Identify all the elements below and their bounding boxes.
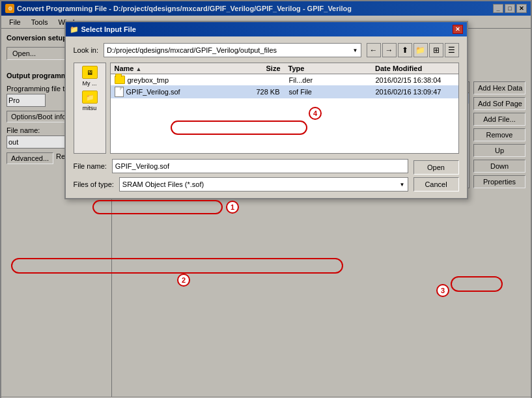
- file-type-greybox: Fil...der: [285, 76, 372, 85]
- col-name: Name ▲: [111, 64, 237, 73]
- file-size-greybox: [236, 79, 285, 81]
- filetype-row: Files of type: SRAM Object Files (*.sof)…: [74, 177, 408, 192]
- folder-icon: [115, 76, 125, 84]
- forward-button[interactable]: →: [382, 43, 397, 57]
- dialog-bottom-row: File name: Files of type: SRAM Object Fi…: [74, 159, 459, 192]
- dialog-icon: 📁: [70, 25, 79, 34]
- filetype-arrow-icon: ▼: [400, 182, 405, 188]
- dialog-close-button[interactable]: ✕: [453, 25, 463, 34]
- look-in-label: Look in:: [74, 46, 99, 54]
- file-row-gpif[interactable]: GPIF_Verilog.sof 728 KB sof File 2016/02…: [111, 85, 458, 98]
- files-table-header: Name ▲ Size Type Date Modified: [111, 63, 458, 74]
- file-name-gpif: GPIF_Verilog.sof: [111, 86, 237, 98]
- filetype-value: SRAM Object Files (*.sof): [122, 180, 204, 188]
- filename-label: File name:: [74, 162, 107, 170]
- file-date-gpif: 2016/02/16 13:09:47: [372, 87, 458, 96]
- dialog-overlay: 📁 Select Input File ✕ Look in: D:/projec…: [1, 1, 531, 397]
- list-view-button[interactable]: ☰: [445, 43, 459, 57]
- main-window: ⚙ Convert Programming File - D:/project/…: [0, 0, 532, 398]
- select-input-file-dialog: 📁 Select Input File ✕ Look in: D:/projec…: [64, 21, 468, 199]
- col-size: Size: [237, 64, 285, 73]
- new-folder-button[interactable]: 📁: [413, 43, 428, 57]
- look-in-row: Look in: D:/project/qdesigns/mxcard/GPIF…: [74, 43, 459, 57]
- filename-input[interactable]: [112, 159, 408, 173]
- dialog-title: Select Input File: [81, 25, 136, 33]
- shortcut-mitsu-label: mitsu: [83, 105, 97, 111]
- file-name-greybox: greybox_tmp: [111, 75, 237, 85]
- my-computer-icon: 🖥: [82, 66, 98, 79]
- file-date-greybox: 2016/02/15 16:38:04: [372, 76, 458, 85]
- grid-view-button[interactable]: ⊞: [429, 43, 443, 57]
- shortcut-my-computer-label: My ...: [83, 80, 97, 87]
- look-in-combo[interactable]: D:/project/qdesigns/mxcard/GPIF_Verilog/…: [104, 43, 361, 57]
- shortcut-mitsu[interactable]: 📁 mitsu: [82, 91, 98, 111]
- dialog-title-left: 📁 Select Input File: [70, 25, 136, 34]
- back-button[interactable]: ←: [367, 43, 381, 57]
- dialog-cancel-button[interactable]: Cancel: [413, 177, 459, 192]
- shortcut-my-computer[interactable]: 🖥 My ...: [82, 66, 98, 87]
- filetype-label: Files of type:: [74, 180, 114, 188]
- up-folder-button[interactable]: ⬆: [398, 43, 412, 57]
- shortcuts-panel: 🖥 My ... 📁 mitsu: [74, 63, 106, 154]
- files-list: Name ▲ Size Type Date Modified greybox: [110, 63, 459, 154]
- look-in-toolbar: ← → ⬆ 📁 ⊞ ☰: [367, 43, 459, 57]
- bottom-fields: File name: Files of type: SRAM Object Fi…: [74, 159, 408, 192]
- file-size-gpif: 728 KB: [236, 87, 285, 96]
- dialog-title-bar: 📁 Select Input File ✕: [66, 22, 467, 36]
- sort-arrow-icon: ▲: [136, 66, 142, 72]
- col-date: Date Modified: [371, 64, 458, 73]
- filetype-combo[interactable]: SRAM Object Files (*.sof) ▼: [119, 177, 408, 192]
- dialog-body: Look in: D:/project/qdesigns/mxcard/GPIF…: [66, 36, 467, 198]
- look-in-path: D:/project/qdesigns/mxcard/GPIF_Verilog/…: [107, 46, 277, 54]
- file-type-gpif: sof File: [285, 87, 372, 96]
- dialog-buttons: Open Cancel: [413, 160, 459, 192]
- dialog-open-button[interactable]: Open: [413, 160, 459, 175]
- filename-row: File name:: [74, 159, 408, 173]
- file-row-greybox[interactable]: greybox_tmp Fil...der 2016/02/15 16:38:0…: [111, 74, 458, 85]
- file-browser: 🖥 My ... 📁 mitsu Name: [74, 63, 459, 154]
- file-icon: [115, 87, 124, 97]
- col-type: Type: [285, 64, 372, 73]
- mitsu-icon: 📁: [82, 91, 98, 104]
- look-in-arrow-icon: ▼: [353, 48, 358, 53]
